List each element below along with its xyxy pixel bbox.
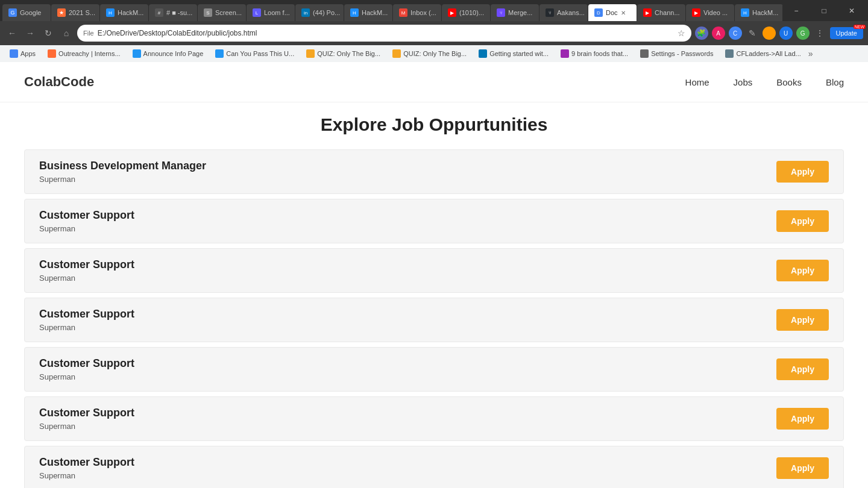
nav-home[interactable]: Home: [685, 77, 709, 87]
apply-button-3[interactable]: Apply: [776, 309, 829, 331]
tab-favicon-github: ⑂: [546, 8, 554, 17]
tab-bar: G Google ★ 2021 S... H HackM... # # ■ -s…: [0, 0, 868, 21]
job-company-6: Superman: [39, 471, 134, 480]
job-title-0: Business Development Manager: [39, 160, 206, 172]
bookmark-label: Outreachy | Interns...: [58, 50, 121, 57]
bookmark-quiz1[interactable]: Can You Pass This U...: [210, 48, 299, 59]
close-button[interactable]: ✕: [838, 0, 866, 21]
forward-button[interactable]: →: [23, 26, 37, 40]
tab-screen[interactable]: S Screen...: [198, 4, 246, 21]
tab-favicon-google: G: [8, 8, 17, 17]
job-title-1: Customer Support: [39, 209, 134, 222]
site-logo: ColabCode: [24, 74, 94, 90]
tab-hackm1[interactable]: H HackM...: [100, 4, 148, 21]
nav-jobs[interactable]: Jobs: [734, 77, 753, 87]
tab-2021s[interactable]: ★ 2021 S...: [51, 4, 99, 21]
pen-icon[interactable]: ✎: [746, 27, 759, 40]
nav-books[interactable]: Books: [776, 77, 802, 87]
job-info-3: Customer Support Superman: [39, 308, 134, 332]
tab-merge[interactable]: ⑂ Merge...: [491, 4, 539, 21]
job-card-6: Customer Support Superman Apply: [24, 446, 844, 488]
tab-gmail[interactable]: M Inbox (...: [393, 4, 441, 21]
website-content: ColabCode Home Jobs Books Blog Explore J…: [0, 62, 868, 488]
bookmark-cfladders[interactable]: CFLadders->All Lad...: [720, 48, 805, 59]
bookmark-label: QUIZ: Only The Big...: [403, 50, 467, 57]
avatar-icon[interactable]: G: [796, 27, 810, 40]
settings-icon[interactable]: ⋮: [813, 27, 826, 40]
tab-close-icon[interactable]: ✕: [621, 10, 626, 16]
bookmark-label: Getting started wit...: [489, 50, 549, 57]
bookmark-quiz2[interactable]: QUIZ: Only The Big...: [301, 48, 385, 59]
profile-icon[interactable]: C: [729, 27, 742, 40]
tab-hackm2[interactable]: H HackM...: [344, 4, 392, 21]
more-bookmarks-icon[interactable]: »: [808, 49, 813, 58]
tab-favicon-video: ▶: [692, 8, 700, 17]
tab-su[interactable]: # # ■ -su...: [149, 4, 197, 21]
tab-favicon-2021s: ★: [57, 8, 66, 17]
tab-label: Loom f...: [264, 9, 290, 16]
tab-favicon-hackm2: H: [350, 8, 359, 17]
bookmark-label: Apps: [20, 50, 36, 57]
tab-channel[interactable]: ▶ Chann...: [637, 4, 685, 21]
site-main: Explore Job Oppurtunities Business Devel…: [0, 102, 868, 488]
tab-video[interactable]: ▶ Video ...: [686, 4, 734, 21]
bookmark-outreachy[interactable]: Outreachy | Interns...: [43, 48, 125, 59]
reload-button[interactable]: ↻: [41, 26, 55, 40]
job-info-5: Customer Support Superman: [39, 407, 134, 431]
address-text: E:/OneDrive/Desktop/ColabEditor/public/j…: [98, 29, 674, 37]
bookmark-quiz3[interactable]: QUIZ: Only The Big...: [388, 48, 471, 59]
bookmark-linkedin[interactable]: Getting started wit...: [474, 48, 553, 59]
tab-favicon-screen: S: [204, 8, 212, 17]
bookmark-brain[interactable]: 9 brain foods that...: [556, 48, 633, 59]
back-button[interactable]: ←: [5, 26, 19, 40]
maximize-button[interactable]: □: [810, 0, 838, 21]
apply-button-2[interactable]: Apply: [776, 260, 829, 281]
minimize-button[interactable]: −: [782, 0, 810, 21]
bookmark-favicon-cfladders: [725, 49, 734, 58]
tab-label: HackM...: [752, 9, 778, 16]
address-bar[interactable]: File E:/OneDrive/Desktop/ColabEditor/pub…: [77, 25, 691, 42]
apply-button-0[interactable]: Apply: [776, 161, 829, 183]
job-card-0: Business Development Manager Superman Ap…: [24, 149, 844, 194]
tab-label: Video ...: [703, 9, 728, 16]
tab-label: HackM...: [118, 9, 143, 16]
apply-button-4[interactable]: Apply: [776, 358, 829, 380]
bookmarks-bar: Apps Outreachy | Interns... Announce Inf…: [0, 45, 868, 62]
job-company-1: Superman: [39, 224, 134, 233]
apply-button-5[interactable]: Apply: [776, 408, 829, 430]
tab-hackm3[interactable]: H HackM...: [735, 4, 782, 21]
bookmark-favicon-outreachy: [48, 49, 56, 58]
account-icon[interactable]: A: [712, 27, 725, 40]
apply-button-1[interactable]: Apply: [776, 210, 829, 232]
tab-github[interactable]: ⑂ Aakans...: [539, 4, 588, 21]
star-icon[interactable]: ☆: [678, 28, 685, 38]
home-button[interactable]: ⌂: [59, 26, 74, 40]
tab-loom[interactable]: L Loom f...: [247, 4, 295, 21]
bookmark-label: Can You Pass This U...: [226, 50, 294, 57]
tab-label: HackM...: [362, 9, 388, 16]
tab-linkedin[interactable]: in (44) Po...: [295, 4, 344, 21]
user-icon[interactable]: U: [779, 27, 793, 40]
bookmark-announce[interactable]: Announce Info Page: [128, 48, 209, 59]
tab-doc-active[interactable]: D Doc ✕: [588, 4, 637, 21]
toolbar-icons: 🧩 A C ✎ U G ⋮ Update NEW: [695, 27, 863, 40]
bookmark-settings[interactable]: Settings - Passwords: [635, 48, 718, 59]
browser-window: G Google ★ 2021 S... H HackM... # # ■ -s…: [0, 0, 868, 488]
tab-youtube1[interactable]: ▶ (1010)...: [442, 4, 490, 21]
job-title-5: Customer Support: [39, 407, 134, 419]
tab-label: Screen...: [215, 9, 242, 16]
apply-button-6[interactable]: Apply: [776, 457, 829, 479]
bookmark-label: QUIZ: Only The Big...: [317, 50, 380, 57]
tab-favicon-doc: D: [594, 8, 603, 17]
new-badge: NEW: [854, 25, 866, 29]
job-company-5: Superman: [39, 422, 134, 431]
extensions-icon[interactable]: 🧩: [695, 27, 708, 40]
bookmark-apps[interactable]: Apps: [5, 48, 40, 59]
job-title-3: Customer Support: [39, 308, 134, 321]
bookmark-favicon-quiz2: [306, 49, 315, 58]
update-button[interactable]: Update NEW: [830, 27, 863, 39]
update-label: Update: [836, 30, 857, 37]
nav-blog[interactable]: Blog: [826, 77, 844, 87]
color-icon[interactable]: [763, 27, 776, 40]
tab-google[interactable]: G Google: [2, 4, 51, 21]
